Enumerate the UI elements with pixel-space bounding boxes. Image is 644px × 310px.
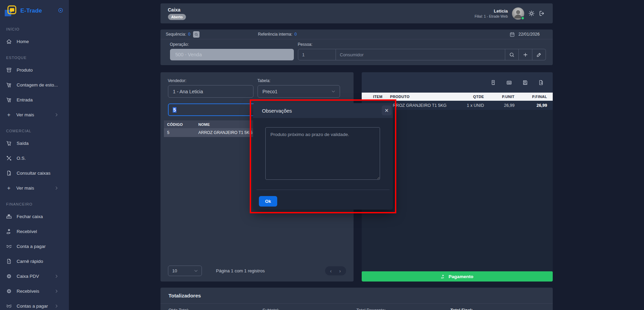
chevron-right-icon xyxy=(54,304,59,308)
search-text-selected: 5 xyxy=(173,107,177,113)
items-header-row: ITEM PRODUTO QTDE P.UNIT P.FINAL xyxy=(362,93,553,101)
items-actions-strip xyxy=(362,72,553,93)
chevron-right-icon xyxy=(54,186,59,190)
total-discount-label: Total Desconto: xyxy=(357,308,451,310)
user-name: Leticia xyxy=(475,8,508,14)
item-qtde: 1 x UNID xyxy=(454,103,484,108)
sidebar-item-saida[interactable]: Saída xyxy=(0,136,69,151)
person-edit-button[interactable] xyxy=(532,49,546,60)
person-add-button[interactable] xyxy=(519,49,532,60)
payment-button[interactable]: Pagamento xyxy=(362,271,553,282)
sequence-search-button[interactable] xyxy=(193,31,200,38)
sidebar-item-ver-mais-estoque[interactable]: + Ver mais xyxy=(0,107,69,122)
price-table-select[interactable]: Preco1 xyxy=(258,85,340,98)
status-badge: Aberto xyxy=(168,14,186,20)
sidebar-item-fechar-caixa[interactable]: Fechar caixa xyxy=(0,209,69,224)
sidebar: E-Trade INÍCIO Home ESTOQUE Produto Cont… xyxy=(0,0,69,310)
date-group[interactable]: 22/01/2026 xyxy=(509,32,547,37)
next-page-button[interactable]: › xyxy=(336,266,345,275)
theme-toggle-icon[interactable] xyxy=(528,10,535,17)
sidebar-item-recebivel[interactable]: Recebível xyxy=(0,224,69,239)
ok-button[interactable]: Ok xyxy=(259,196,277,207)
operation-label: Operação: xyxy=(170,42,294,47)
sidebar-item-home[interactable]: Home xyxy=(0,34,69,49)
export-icon[interactable] xyxy=(538,80,544,85)
person-name-input[interactable] xyxy=(336,49,505,60)
sidebar-section-inicio: INÍCIO xyxy=(0,20,69,34)
person-search-button[interactable] xyxy=(505,49,519,60)
app-window: E-Trade INÍCIO Home ESTOQUE Produto Cont… xyxy=(0,0,644,310)
save-icon[interactable] xyxy=(522,80,528,85)
total-qty-label: Qtde Total: xyxy=(169,308,263,310)
cash-register-icon xyxy=(6,214,12,219)
sidebar-item-entrada[interactable]: Entrada xyxy=(0,92,69,107)
user-branch: Filial: 1 - Etrade Web xyxy=(475,14,508,18)
sidebar-item-ver-mais-comercial[interactable]: + Ver mais xyxy=(0,180,69,195)
chevron-right-icon xyxy=(54,289,59,293)
sidebar-item-os[interactable]: O.S. xyxy=(0,151,69,166)
sidebar-item-conta-a-pagar[interactable]: Conta a pagar xyxy=(0,239,69,254)
card-icon[interactable] xyxy=(506,80,512,85)
chevron-right-icon xyxy=(54,113,59,117)
sidebar-item-produto[interactable]: Produto xyxy=(0,62,69,77)
totals-divider xyxy=(160,303,553,304)
box-icon xyxy=(6,67,12,73)
cart-plus-icon xyxy=(6,82,12,88)
home-icon xyxy=(6,39,12,44)
file-check-icon xyxy=(6,170,12,176)
handshake-icon xyxy=(6,303,12,309)
sequence-value: 0 xyxy=(188,32,191,37)
modal-footer-divider xyxy=(257,190,390,190)
total-final-label: Total Final: xyxy=(451,308,545,310)
receipt-icon[interactable] xyxy=(490,80,496,85)
pencil-icon xyxy=(536,52,542,58)
sidebar-item-consultar-caixas[interactable]: Consultar caixas xyxy=(0,166,69,180)
sidebar-section-comercial: COMERCIAL xyxy=(0,122,69,136)
app-logo xyxy=(5,5,18,17)
brand-name: E-Trade xyxy=(20,7,42,14)
sale-header-panel: Sequência: 0 Referência interna: 0 22/01… xyxy=(160,30,553,65)
price-table-label: Tabela: xyxy=(258,78,340,83)
sidebar-item-contas-a-pagar[interactable]: Contas a pagar xyxy=(0,298,69,310)
chevron-down-icon xyxy=(194,269,198,273)
handshake-icon xyxy=(6,244,12,249)
page-size-select[interactable]: 10 xyxy=(168,266,202,276)
sidebar-item-contagem-estoque[interactable]: Contagem de esto... xyxy=(0,77,69,92)
prev-page-button[interactable]: ‹ xyxy=(326,266,336,275)
online-status-dot xyxy=(521,16,525,20)
close-icon: ✕ xyxy=(384,108,389,114)
modal-close-button[interactable]: ✕ xyxy=(382,105,392,115)
sidebar-item-caixa-pdv[interactable]: Caixa PDV xyxy=(0,269,69,284)
col-item: ITEM xyxy=(373,95,390,99)
person-code-input[interactable] xyxy=(298,49,336,60)
sidebar-logo-row: E-Trade xyxy=(0,0,69,20)
sidebar-collapse-icon[interactable] xyxy=(58,7,63,15)
internal-ref-group: Referência interna: 0 xyxy=(258,32,297,37)
vendor-input[interactable] xyxy=(168,85,253,98)
sidebar-item-recebiveis[interactable]: Recebíveis xyxy=(0,284,69,298)
col-produto: PRODUTO xyxy=(390,95,454,99)
plus-icon: + xyxy=(6,112,12,118)
observation-textarea[interactable]: Produto próximo ao prazo de validade. xyxy=(265,127,380,180)
operation-row: Operação: Pessoa: xyxy=(160,39,553,65)
observations-modal: Observações ✕ Produto próximo ao prazo d… xyxy=(253,103,393,210)
file-alert-icon xyxy=(6,258,12,264)
avatar[interactable] xyxy=(512,7,524,20)
chevron-down-icon xyxy=(331,89,336,94)
logout-icon[interactable] xyxy=(539,10,545,17)
chat-bubble-icon xyxy=(10,8,14,12)
col-punit: P.UNIT xyxy=(484,95,515,99)
user-info: Leticia Filial: 1 - Etrade Web xyxy=(475,8,508,18)
top-header-bar: Caixa Aberto Leticia Filial: 1 - Etrade … xyxy=(160,3,553,23)
sequence-row: Sequência: 0 Referência interna: 0 22/01… xyxy=(160,30,553,39)
sidebar-item-carne-rapido[interactable]: Carnê rápido xyxy=(0,254,69,269)
person-label: Pessoa: xyxy=(298,42,546,47)
chevron-right-icon xyxy=(54,274,59,278)
modal-header: Observações xyxy=(253,103,393,118)
plus-circle-icon xyxy=(6,273,12,279)
totals-panel: Totalizadores Qtde Total: Subtotal: Tota… xyxy=(160,288,553,310)
result-codigo: 5 xyxy=(164,130,195,135)
logo-yellow-square xyxy=(7,5,16,14)
item-pfinal: 26,99 xyxy=(515,103,547,108)
col-pfinal: P.FINAL xyxy=(515,95,547,99)
